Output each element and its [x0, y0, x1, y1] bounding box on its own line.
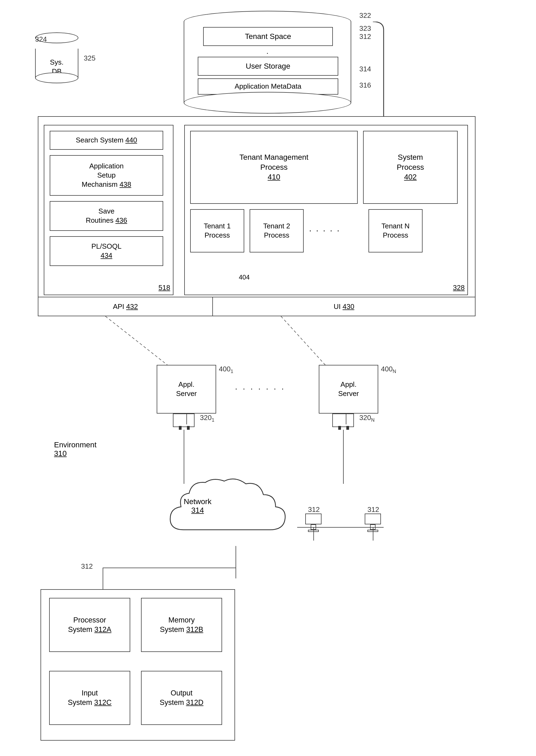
tenant-mgmt-text: Tenant ManagementProcess410 — [239, 153, 308, 182]
output-system-box: OutputSystem 312D — [141, 671, 222, 725]
appl-server-1-text: Appl.Server — [176, 380, 197, 398]
ref-312-top: 312 — [359, 32, 371, 41]
save-routines-box: SaveRoutines 436 — [50, 201, 163, 231]
line-v-n — [343, 430, 344, 484]
tenant1-text: Tenant 1 Process — [204, 222, 231, 240]
line-h-left — [103, 567, 236, 568]
output-system-text: OutputSystem 312D — [160, 688, 203, 707]
line-v-to-processor — [103, 578, 103, 589]
ref-518: 518 — [158, 284, 170, 292]
tenant-dots: · · · · · — [309, 225, 340, 235]
ref-323: 323 — [359, 24, 371, 33]
ui-section: UI 430 — [213, 297, 475, 316]
system-process-text: SystemProcess402 — [397, 153, 424, 182]
tenantN-box: Tenant NProcess — [368, 209, 422, 253]
sys-db-bottom — [35, 72, 78, 83]
ref-324: 324 — [35, 35, 47, 44]
ref-314-top: 314 — [359, 65, 371, 73]
ref-400-n: 400N — [381, 365, 396, 374]
ref-322: 322 — [359, 11, 371, 20]
ref-312-2: 312 — [367, 505, 379, 514]
ref-312-left: 312 — [81, 562, 93, 570]
ref-328: 328 — [453, 284, 465, 292]
plsoql-box: PL/SOQL434 — [50, 236, 163, 266]
cloud-svg — [162, 476, 297, 546]
line-h-devices — [297, 527, 384, 528]
environment-label-group: Environment 310 — [54, 441, 96, 458]
ref-320-n: 320N — [359, 414, 375, 423]
appl-server-n: Appl.Server — [319, 365, 378, 414]
server-dots: · · · · · · · — [235, 384, 285, 393]
ref-320-1: 3201 — [200, 414, 214, 423]
save-routines-text: SaveRoutines 436 — [85, 207, 127, 225]
line-v-device1 — [314, 527, 314, 540]
processor-outer-box: ProcessorSystem 312A MemorySystem 312B I… — [41, 589, 235, 740]
appl-server-n-text: Appl.Server — [338, 380, 359, 398]
input-system-text: InputSystem 312C — [68, 688, 112, 707]
ref-316-top: 316 — [359, 81, 371, 89]
vertical-dots: · — [266, 49, 269, 57]
api-section: API 432 — [38, 297, 213, 316]
tenant2-box: Tenant 2 Process — [250, 209, 304, 253]
network-cloud: Network 314 — [162, 476, 297, 547]
left-inner-box: Search System 440 ApplicationSetupMechan… — [44, 125, 174, 295]
main-app-box: Search System 440 ApplicationSetupMechan… — [38, 116, 476, 316]
router-n-group — [332, 414, 354, 427]
line-v-device2 — [373, 527, 373, 540]
sys-db-line1: Sys. — [50, 58, 64, 66]
ref-404: 404 — [239, 274, 250, 281]
api-ui-bar: API 432 UI 430 — [38, 297, 475, 316]
tenant-mgmt-box: Tenant ManagementProcess410 — [190, 131, 358, 204]
app-setup-text: ApplicationSetupMechanism 438 — [82, 162, 131, 189]
search-system-label: Search System 440 — [76, 136, 137, 145]
ref-310: 310 — [54, 449, 67, 458]
ref-400-1: 4001 — [219, 365, 233, 374]
appl-server-1: Appl.Server — [157, 365, 216, 414]
tenant1-box: Tenant 1 Process — [190, 209, 244, 253]
app-setup-box: ApplicationSetupMechanism 438 — [50, 155, 163, 196]
search-system-box: Search System 440 — [50, 131, 163, 150]
ref-325: 325 — [84, 54, 95, 62]
router-1-icon — [173, 414, 194, 427]
dashed-connections — [38, 316, 476, 378]
tenant2-text: Tenant 2 Process — [263, 222, 290, 240]
router-1-group — [173, 414, 194, 427]
line-server-to-router-n — [346, 414, 346, 424]
system-process-box: SystemProcess402 — [363, 131, 458, 204]
network-text: Network 314 — [184, 497, 212, 515]
api-label: API 432 — [113, 302, 138, 311]
environment-text: Environment — [54, 441, 96, 449]
line-center-down — [236, 546, 236, 578]
tenant-space-label: Tenant Space — [245, 32, 291, 41]
sys-db-body: Sys. DB — [35, 49, 78, 78]
processor-system-text: ProcessorSystem 312A — [68, 615, 112, 635]
line-server-to-router-1 — [186, 414, 187, 424]
ref-312-1: 312 — [308, 505, 319, 514]
storage-cylinder: Tenant Space · User Storage Application … — [184, 11, 351, 114]
input-system-box: InputSystem 312C — [49, 671, 130, 725]
cylinder-body: Tenant Space · User Storage Application … — [184, 21, 351, 103]
right-inner-box: Tenant ManagementProcess410 SystemProces… — [184, 125, 468, 295]
router-n-icon — [332, 414, 354, 427]
ui-label: UI 430 — [334, 302, 354, 311]
processor-system-box: ProcessorSystem 312A — [49, 598, 130, 652]
user-storage-label: User Storage — [246, 61, 290, 71]
tenant-space-box: Tenant Space — [203, 27, 333, 46]
cylinder-bottom — [184, 92, 351, 114]
diagram: Tenant Space · User Storage Application … — [0, 0, 536, 756]
tenantN-text: Tenant NProcess — [382, 222, 410, 240]
app-metadata-label: Application MetaData — [234, 82, 301, 91]
memory-system-box: MemorySystem 312B — [141, 598, 222, 652]
memory-system-text: MemorySystem 312B — [160, 615, 203, 635]
plsoql-text: PL/SOQL434 — [91, 242, 121, 260]
user-storage-box: User Storage — [198, 57, 338, 76]
